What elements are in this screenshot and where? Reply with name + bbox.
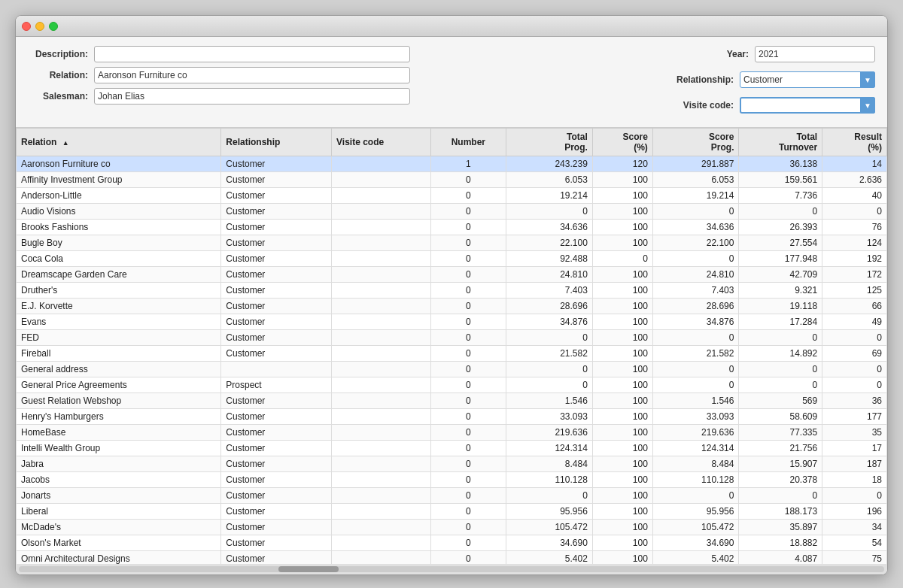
table-cell: Bugle Boy <box>17 235 221 251</box>
table-cell: 0 <box>739 330 822 346</box>
table-row[interactable]: Guest Relation WebshopCustomer01.5461001… <box>17 393 887 409</box>
table-cell: 58.609 <box>739 409 822 425</box>
table-cell: 75 <box>822 551 887 565</box>
table-row[interactable]: Affinity Investment GroupCustomer06.0531… <box>17 172 887 188</box>
table-cell: 0 <box>822 488 887 504</box>
table-row[interactable]: Omni Architectural DesignsCustomer05.402… <box>17 551 887 565</box>
table-row[interactable]: Coca ColaCustomer092.48800177.948192 <box>17 251 887 267</box>
minimize-button[interactable] <box>35 22 44 31</box>
table-cell: 92.488 <box>506 251 593 267</box>
table-cell: 188.173 <box>739 504 822 520</box>
table-cell: 28.696 <box>652 299 739 314</box>
table-cell <box>332 551 430 565</box>
table-cell <box>332 425 430 441</box>
col-header-score-pct[interactable]: Score(%) <box>592 129 652 156</box>
table-row[interactable]: Audio VisionsCustomer00100000 <box>17 204 887 220</box>
visite-code-input[interactable] <box>740 97 875 114</box>
table-cell <box>332 377 430 393</box>
table-cell: Customer <box>221 425 332 441</box>
table-cell: 100 <box>592 520 652 535</box>
table-cell: 196 <box>822 504 887 520</box>
table-cell: 159.561 <box>739 172 822 188</box>
table-cell: 17.284 <box>739 314 822 330</box>
table-cell: 100 <box>592 456 652 472</box>
table-row[interactable]: Henry's HamburgersCustomer033.09310033.0… <box>17 409 887 425</box>
table-cell: 34.876 <box>506 314 593 330</box>
table-cell: 100 <box>592 409 652 425</box>
table-cell: 125 <box>822 283 887 299</box>
table-cell: 100 <box>592 425 652 441</box>
table-cell <box>332 251 430 267</box>
year-row: Year: <box>689 46 875 62</box>
title-bar <box>16 16 887 37</box>
table-cell: 1.546 <box>652 393 739 409</box>
table-row[interactable]: FEDCustomer00100000 <box>17 330 887 346</box>
relationship-row: Relationship: Customer Prospect Supplier… <box>673 71 875 88</box>
col-header-result-pct[interactable]: Result(%) <box>822 129 887 156</box>
table-row[interactable]: Dreamscape Garden CareCustomer024.810100… <box>17 267 887 283</box>
relation-input[interactable] <box>94 67 410 83</box>
table-row[interactable]: EvansCustomer034.87610034.87617.28449 <box>17 314 887 330</box>
main-window: Description: Relation: Salesman: Year: <box>15 15 888 575</box>
table-row[interactable]: JabraCustomer08.4841008.48415.907187 <box>17 456 887 472</box>
col-header-total-turnover[interactable]: TotalTurnover <box>739 129 822 156</box>
table-row[interactable]: E.J. KorvetteCustomer028.69610028.69619.… <box>17 299 887 314</box>
col-header-relation[interactable]: Relation ▲ <box>17 129 221 156</box>
table-cell: 0 <box>652 251 739 267</box>
table-row[interactable]: General address00100000 <box>17 362 887 377</box>
table-row[interactable]: Anderson-LittleCustomer019.21410019.2147… <box>17 188 887 204</box>
table-cell: 0 <box>430 283 506 299</box>
table-row[interactable]: McDade'sCustomer0105.472100105.47235.897… <box>17 520 887 535</box>
scrollbar-thumb[interactable] <box>278 566 339 572</box>
table-cell <box>332 441 430 456</box>
table-row[interactable]: Bugle BoyCustomer022.10010022.10027.5541… <box>17 235 887 251</box>
salesman-input[interactable] <box>94 88 410 105</box>
horizontal-scrollbar[interactable] <box>16 564 887 574</box>
table-cell: 0 <box>652 488 739 504</box>
table-cell: Customer <box>221 235 332 251</box>
table-cell: 0 <box>739 377 822 393</box>
col-header-number[interactable]: Number <box>430 129 506 156</box>
table-cell: 35 <box>822 425 887 441</box>
table-row[interactable]: Druther'sCustomer07.4031007.4039.321125 <box>17 283 887 299</box>
table-cell: 20.378 <box>739 472 822 488</box>
table-cell: Aaronson Furniture co <box>17 156 221 172</box>
table-row[interactable]: Olson's MarketCustomer034.69010034.69018… <box>17 535 887 551</box>
table-cell: 0 <box>430 220 506 235</box>
table-cell: 0 <box>430 235 506 251</box>
table-cell: Customer <box>221 441 332 456</box>
table-row[interactable]: LiberalCustomer095.95610095.956188.17319… <box>17 504 887 520</box>
col-label-relation: Relation <box>21 137 56 147</box>
table-row[interactable]: JonartsCustomer00100000 <box>17 488 887 504</box>
table-row[interactable]: Aaronson Furniture coCustomer1243.239120… <box>17 156 887 172</box>
table-cell: 100 <box>592 172 652 188</box>
table-cell: 27.554 <box>739 235 822 251</box>
table-row[interactable]: FireballCustomer021.58210021.58214.89269 <box>17 346 887 362</box>
table-cell: 34.636 <box>652 220 739 235</box>
year-input[interactable] <box>755 46 875 62</box>
description-input[interactable] <box>94 46 410 62</box>
table-row[interactable]: JacobsCustomer0110.128100110.12820.37818 <box>17 472 887 488</box>
col-header-total-prog[interactable]: TotalProg. <box>506 129 593 156</box>
table-cell: 7.403 <box>506 283 593 299</box>
table-cell: 569 <box>739 393 822 409</box>
table-cell: 0 <box>430 251 506 267</box>
table-cell: Customer <box>221 504 332 520</box>
table-row[interactable]: Intelli Wealth GroupCustomer0124.3141001… <box>17 441 887 456</box>
table-row[interactable]: HomeBaseCustomer0219.636100219.63677.335… <box>17 425 887 441</box>
close-button[interactable] <box>22 22 31 31</box>
col-header-visite-code[interactable]: Visite code <box>332 129 430 156</box>
table-cell: Jabra <box>17 456 221 472</box>
data-table-container[interactable]: Relation ▲ Relationship Visite code Numb… <box>16 128 887 564</box>
table-cell <box>332 204 430 220</box>
maximize-button[interactable] <box>49 22 58 31</box>
table-cell: 95.956 <box>652 504 739 520</box>
table-row[interactable]: Brooks FashionsCustomer034.63610034.6362… <box>17 220 887 235</box>
col-header-score-prog[interactable]: ScoreProg. <box>652 129 739 156</box>
relationship-select[interactable]: Customer Prospect Supplier <box>740 71 875 88</box>
table-cell: Affinity Investment Group <box>17 172 221 188</box>
table-cell: 15.907 <box>739 456 822 472</box>
table-row[interactable]: General Price AgreementsProspect00100000 <box>17 377 887 393</box>
table-header-row: Relation ▲ Relationship Visite code Numb… <box>17 129 887 156</box>
col-header-relationship[interactable]: Relationship <box>221 129 332 156</box>
